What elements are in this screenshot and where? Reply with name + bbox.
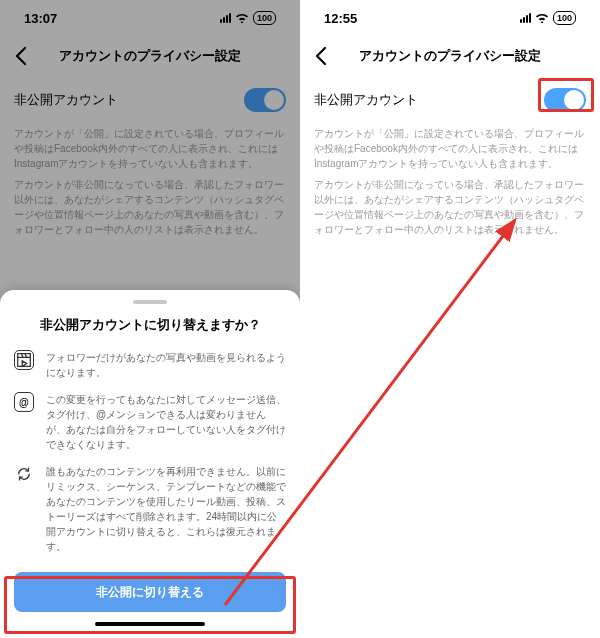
description-private: アカウントが非公開になっている場合、承認したフォロワー以外には、あなたがシェアす… bbox=[0, 171, 300, 237]
wifi-icon bbox=[535, 11, 549, 26]
status-time: 13:07 bbox=[24, 11, 57, 26]
page-header: アカウントのプライバシー設定 bbox=[0, 36, 300, 76]
mention-icon: @ bbox=[14, 392, 34, 412]
home-indicator bbox=[95, 622, 205, 626]
sheet-title: 非公開アカウントに切り替えますか？ bbox=[14, 316, 286, 334]
status-right: 100 bbox=[520, 11, 576, 26]
private-account-row: 非公開アカウント bbox=[300, 76, 600, 120]
sync-icon bbox=[14, 464, 34, 484]
private-account-toggle[interactable] bbox=[244, 88, 286, 112]
sheet-item-text: この変更を行ってもあなたに対してメッセージ送信、タグ付け、@メンションできる人は… bbox=[46, 392, 286, 452]
description-public: アカウントが「公開」に設定されている場合、プロフィールや投稿はFacebook内… bbox=[300, 120, 600, 171]
page-title: アカウントのプライバシー設定 bbox=[359, 47, 541, 65]
description-private: アカウントが非公開になっている場合、承認したフォロワー以外には、あなたがシェアす… bbox=[300, 171, 600, 237]
sheet-item-remix: 誰もあなたのコンテンツを再利用できません。以前にリミックス、シーケンス、テンプレ… bbox=[14, 464, 286, 554]
private-account-label: 非公開アカウント bbox=[314, 91, 418, 109]
left-phone: 13:07 100 アカウントのプライバシー設定 非公開アカウント アカウントが… bbox=[0, 0, 300, 638]
sheet-item-reels: フォロワーだけがあなたの写真や動画を見られるようになります。 bbox=[14, 350, 286, 380]
reels-icon bbox=[14, 350, 34, 370]
status-bar: 13:07 100 bbox=[0, 0, 300, 36]
battery-icon: 100 bbox=[553, 11, 576, 25]
right-phone: 12:55 100 アカウントのプライバシー設定 非公開アカウント アカウントが… bbox=[300, 0, 600, 638]
description-public: アカウントが「公開」に設定されている場合、プロフィールや投稿はFacebook内… bbox=[0, 120, 300, 171]
sheet-item-text: フォロワーだけがあなたの写真や動画を見られるようになります。 bbox=[46, 350, 286, 380]
sheet-item-text: 誰もあなたのコンテンツを再利用できません。以前にリミックス、シーケンス、テンプレ… bbox=[46, 464, 286, 554]
wifi-icon bbox=[235, 11, 249, 26]
confirm-sheet: 非公開アカウントに切り替えますか？ フォロワーだけがあなたの写真や動画を見られる… bbox=[0, 290, 300, 638]
status-time: 12:55 bbox=[324, 11, 357, 26]
status-right: 100 bbox=[220, 11, 276, 26]
status-bar: 12:55 100 bbox=[300, 0, 600, 36]
battery-icon: 100 bbox=[253, 11, 276, 25]
private-account-label: 非公開アカウント bbox=[14, 91, 118, 109]
page-header: アカウントのプライバシー設定 bbox=[300, 36, 600, 76]
page-title: アカウントのプライバシー設定 bbox=[59, 47, 241, 65]
signal-icon bbox=[520, 13, 531, 23]
signal-icon bbox=[220, 13, 231, 23]
private-account-row: 非公開アカウント bbox=[0, 76, 300, 120]
sheet-grabber[interactable] bbox=[133, 300, 167, 304]
private-account-toggle[interactable] bbox=[544, 88, 586, 112]
switch-private-button[interactable]: 非公開に切り替える bbox=[14, 572, 286, 612]
back-button[interactable] bbox=[10, 44, 34, 68]
back-button[interactable] bbox=[310, 44, 334, 68]
sheet-item-mention: @ この変更を行ってもあなたに対してメッセージ送信、タグ付け、@メンションできる… bbox=[14, 392, 286, 452]
